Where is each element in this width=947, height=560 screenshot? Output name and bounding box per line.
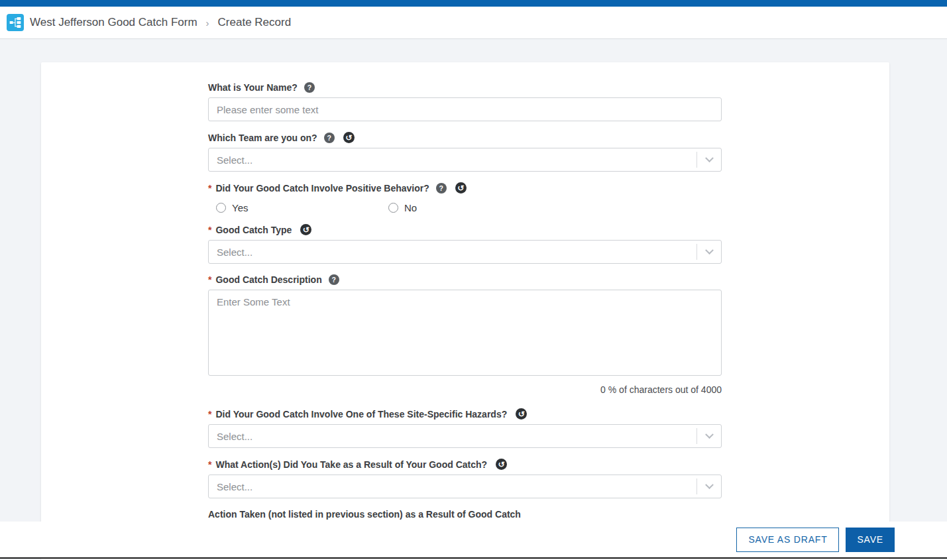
breadcrumb: West Jefferson Good Catch Form › Create … <box>30 16 291 29</box>
field-label: What Action(s) Did You Take as a Result … <box>215 459 487 470</box>
reset-icon[interactable]: ↺ <box>455 182 467 194</box>
select-input[interactable]: Select... <box>208 475 722 498</box>
radio-button[interactable] <box>216 203 226 213</box>
required-asterisk: * <box>208 274 211 285</box>
char-counter: 0 % of characters out of 4000 <box>208 384 722 395</box>
form-card: What is Your Name??Which Team are you on… <box>41 62 889 560</box>
field-label-row: *Good Catch Description? <box>208 274 722 285</box>
field-label: Good Catch Description <box>215 274 321 285</box>
breadcrumb-item-create-record: Create Record <box>218 16 292 29</box>
text-input[interactable] <box>208 97 722 121</box>
form-field: Which Team are you on??↺Select... <box>208 132 722 172</box>
breadcrumb-separator-icon: › <box>206 17 209 28</box>
chevron-down-icon <box>697 157 721 163</box>
form-field: *Did Your Good Catch Involve One of Thes… <box>208 408 722 448</box>
required-asterisk: * <box>208 225 211 235</box>
help-icon[interactable]: ? <box>324 133 335 143</box>
form-field: *What Action(s) Did You Take as a Result… <box>208 459 722 498</box>
select-placeholder: Select... <box>217 247 696 258</box>
form-field: *Did Your Good Catch Involve Positive Be… <box>208 182 722 213</box>
chevron-glyph <box>705 430 714 439</box>
field-label-row: *Did Your Good Catch Involve Positive Be… <box>208 182 722 194</box>
radio-label: Yes <box>232 202 248 213</box>
chevron-down-icon <box>697 249 721 255</box>
field-label: Did Your Good Catch Involve One of These… <box>215 409 507 420</box>
field-label-row: *Good Catch Type↺ <box>208 224 722 235</box>
select-placeholder: Select... <box>217 481 696 492</box>
form-field: *Good Catch Type↺Select... <box>208 224 722 264</box>
radio-label: No <box>404 202 417 213</box>
select-input[interactable]: Select... <box>208 148 722 172</box>
required-asterisk: * <box>208 183 211 194</box>
reset-icon[interactable]: ↺ <box>516 408 527 420</box>
field-label-row: What is Your Name?? <box>208 82 722 93</box>
chevron-down-icon <box>697 484 721 490</box>
field-label: Did Your Good Catch Involve Positive Beh… <box>215 183 429 194</box>
chevron-glyph <box>705 246 714 254</box>
radio-button[interactable] <box>388 203 398 213</box>
radio-option-yes[interactable]: Yes <box>216 202 388 213</box>
save-as-draft-button[interactable]: SAVE AS DRAFT <box>736 528 839 552</box>
chevron-glyph <box>705 154 714 162</box>
chevron-glyph <box>705 480 714 489</box>
field-label-row: Action Taken (not listed in previous sec… <box>208 509 722 520</box>
form-field: What is Your Name?? <box>208 82 722 121</box>
help-icon[interactable]: ? <box>436 183 447 194</box>
window-bottom-edge <box>0 557 947 559</box>
required-asterisk: * <box>208 409 211 420</box>
chevron-down-icon <box>697 433 721 439</box>
field-label: Good Catch Type <box>215 225 292 235</box>
required-asterisk: * <box>208 459 211 470</box>
radio-option-no[interactable]: No <box>388 202 561 213</box>
breadcrumb-item-form[interactable]: West Jefferson Good Catch Form <box>30 16 197 29</box>
reset-icon[interactable]: ↺ <box>496 459 507 470</box>
help-icon[interactable]: ? <box>329 274 339 285</box>
reset-icon[interactable]: ↺ <box>300 224 311 235</box>
reset-icon[interactable]: ↺ <box>343 132 355 143</box>
field-label: Which Team are you on? <box>208 133 317 143</box>
form-fields: What is Your Name??Which Team are you on… <box>208 62 722 548</box>
app-logo-icon[interactable] <box>7 14 24 31</box>
textarea-input[interactable] <box>208 290 722 376</box>
field-label-row: Which Team are you on??↺ <box>208 132 722 143</box>
top-accent-bar <box>0 0 947 7</box>
field-label-row: *What Action(s) Did You Take as a Result… <box>208 459 722 470</box>
select-placeholder: Select... <box>217 154 696 166</box>
field-label: What is Your Name? <box>208 82 298 93</box>
select-input[interactable]: Select... <box>208 424 722 448</box>
help-icon[interactable]: ? <box>304 82 315 93</box>
form-flowchart-icon <box>9 16 22 29</box>
select-input[interactable]: Select... <box>208 240 722 264</box>
save-button[interactable]: SAVE <box>846 528 895 552</box>
field-label-row: *Did Your Good Catch Involve One of Thes… <box>208 408 722 420</box>
select-placeholder: Select... <box>217 431 696 442</box>
field-label: Action Taken (not listed in previous sec… <box>208 509 521 520</box>
footer-action-bar: SAVE AS DRAFT SAVE <box>0 522 947 557</box>
header-bar: West Jefferson Good Catch Form › Create … <box>0 7 947 39</box>
form-field: *Good Catch Description?0 % of character… <box>208 274 722 395</box>
radio-group: YesNo <box>208 202 722 213</box>
